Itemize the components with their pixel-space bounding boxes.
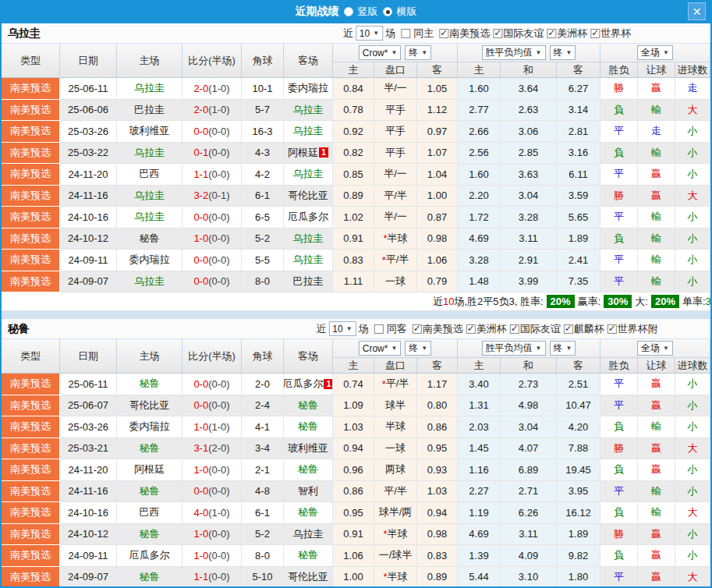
vertical-layout-radio[interactable] bbox=[344, 7, 353, 16]
home-handicap-odds-cell: 1.03 bbox=[333, 416, 374, 438]
handicap-result-cell: 輸 bbox=[638, 228, 675, 250]
bookmaker-select[interactable]: Crow*▼ bbox=[359, 45, 402, 60]
competition-label[interactable]: 美洲杯 bbox=[557, 27, 587, 39]
result-cell: 平 bbox=[600, 121, 638, 143]
rate-badge: 20% bbox=[547, 295, 575, 308]
handicap-name: 平/半 bbox=[384, 484, 407, 498]
avg-odds-select[interactable]: 胜平负均值▼ bbox=[482, 45, 546, 60]
table-row: 南美预选 24-11-20 巴西 1-1(0-0) 4-2 乌拉圭 0.85 半… bbox=[2, 164, 710, 186]
same-venue-label[interactable]: 同主 bbox=[413, 27, 434, 41]
goals-result-cell: 走 bbox=[675, 78, 710, 100]
bookmaker-select[interactable]: Crow*▼ bbox=[359, 341, 402, 356]
away-handicap-odds-cell: 0.93 bbox=[417, 459, 458, 481]
handicap-result-cell: 輸 bbox=[638, 100, 675, 122]
subcol-handicap-result: 让球 bbox=[638, 62, 675, 77]
match-type-cell: 南美预选 bbox=[2, 481, 60, 503]
competition-label[interactable]: 世界杯 bbox=[600, 27, 631, 39]
result-cell: 勝 bbox=[600, 78, 638, 100]
date-cell: 25-06-06 bbox=[60, 100, 117, 122]
competition-checkbox[interactable] bbox=[564, 324, 573, 334]
match-count-select[interactable]: 10▼ bbox=[356, 26, 383, 41]
half-time-score: (2-0) bbox=[208, 442, 229, 454]
competition-checkbox[interactable] bbox=[466, 324, 476, 334]
full-time-score: 1-0 bbox=[193, 421, 208, 433]
competition-checkbox[interactable] bbox=[493, 29, 502, 38]
date-cell: 24-09-11 bbox=[60, 545, 117, 567]
home-handicap-odds-cell: 0.84 bbox=[333, 78, 374, 100]
same-venue-checkbox[interactable] bbox=[401, 29, 410, 38]
date-cell: 24-11-16 bbox=[60, 481, 117, 503]
away-handicap-odds-cell: 1.04 bbox=[417, 164, 458, 186]
final-odds-select-euro[interactable]: 终▼ bbox=[550, 341, 576, 356]
result-cell: 平 bbox=[600, 374, 638, 395]
final-odds-select-asia[interactable]: 终▼ bbox=[405, 45, 431, 60]
competition-label[interactable]: 南美预选 bbox=[423, 323, 463, 335]
scope-select[interactable]: 全场▼ bbox=[637, 341, 673, 356]
corner-cell: 4-1 bbox=[242, 416, 284, 438]
handicap-name: 一/球半 bbox=[379, 548, 413, 562]
away-team-name: 哥伦比亚 bbox=[288, 570, 328, 584]
competition-label[interactable]: 美洲杯 bbox=[476, 323, 507, 335]
team-name: 秘鲁 bbox=[8, 319, 30, 338]
subcol-home-odds: 主 bbox=[333, 62, 374, 77]
subcol-lose: 客 bbox=[557, 62, 600, 77]
avg-odds-select[interactable]: 胜平负均值▼ bbox=[482, 341, 546, 356]
competition-label[interactable]: 国际友谊 bbox=[520, 323, 561, 335]
competition-label[interactable]: 麒麟杯 bbox=[574, 323, 604, 335]
final-odds-select-asia[interactable]: 终▼ bbox=[405, 341, 431, 356]
home-team-cell: 巴西 bbox=[117, 164, 182, 186]
goals-result-cell: 小 bbox=[675, 143, 710, 165]
away-handicap-odds-cell: 1.06 bbox=[417, 250, 458, 271]
close-button[interactable]: ✕ bbox=[688, 2, 706, 20]
competition-label[interactable]: 国际友谊 bbox=[503, 27, 544, 39]
home-team-cell: 委内瑞拉 bbox=[117, 250, 182, 271]
lose-odds-cell: 9.82 bbox=[557, 545, 600, 567]
goals-result-cell: 大 bbox=[675, 186, 710, 207]
col-header-away: 客场 bbox=[284, 339, 333, 373]
handicap-result-cell: 走 bbox=[638, 121, 675, 143]
chevron-down-icon: ▼ bbox=[391, 49, 397, 56]
half-time-score: (0-0) bbox=[208, 232, 229, 244]
competition-label[interactable]: 世界杯附 bbox=[618, 323, 658, 335]
match-count-select[interactable]: 10▼ bbox=[328, 321, 356, 336]
same-venue-checkbox[interactable] bbox=[374, 324, 384, 334]
competition-label[interactable]: 南美预选 bbox=[449, 27, 490, 39]
draw-odds-cell: 3.99 bbox=[501, 271, 557, 293]
vertical-layout-label[interactable]: 竖版 bbox=[358, 5, 378, 19]
home-team-name: 乌拉圭 bbox=[134, 189, 165, 203]
table-row: 南美预选 24-10-16 巴西 4-0(1-0) 6-1 秘鲁 0.95 球半… bbox=[2, 502, 710, 524]
horizontal-layout-label[interactable]: 横版 bbox=[397, 5, 417, 19]
table-row: 南美预选 24-10-12 秘鲁 1-0(0-0) 5-2 乌拉圭 0.91 *… bbox=[2, 228, 710, 250]
lose-odds-cell: 1.89 bbox=[557, 524, 600, 546]
result-cell: 平 bbox=[600, 481, 638, 503]
away-team-cell: 秘鲁 bbox=[284, 416, 333, 438]
handicap-result-cell: 輸 bbox=[638, 207, 675, 228]
scope-select[interactable]: 全场▼ bbox=[637, 45, 673, 60]
competition-checkbox[interactable] bbox=[547, 29, 556, 38]
full-time-score: 1-1 bbox=[193, 571, 208, 583]
subcol-away-odds: 客 bbox=[417, 358, 458, 373]
competition-checkbox[interactable] bbox=[413, 324, 422, 334]
away-team-cell: 乌拉圭 bbox=[284, 100, 333, 122]
win-odds-cell: 1.45 bbox=[458, 438, 501, 460]
handicap-cell: *半球 bbox=[374, 524, 417, 546]
half-time-score: (1-0) bbox=[208, 104, 229, 115]
home-handicap-odds-cell: 1.02 bbox=[333, 207, 374, 228]
goals-result-cell: 大 bbox=[675, 502, 710, 524]
home-team-name: 秘鲁 bbox=[140, 232, 160, 246]
match-type-cell: 南美预选 bbox=[2, 374, 60, 395]
result-cell: 平 bbox=[600, 250, 638, 271]
handicap-cell: 一球 bbox=[374, 438, 417, 460]
same-venue-label[interactable]: 同客 bbox=[387, 322, 407, 336]
competition-checkbox[interactable] bbox=[439, 29, 448, 38]
competition-checkbox[interactable] bbox=[608, 324, 617, 334]
competition-checkbox[interactable] bbox=[510, 324, 519, 334]
horizontal-layout-radio[interactable] bbox=[383, 7, 392, 16]
date-cell: 24-11-20 bbox=[60, 459, 117, 481]
match-type-cell: 南美预选 bbox=[2, 143, 60, 165]
competition-checkbox[interactable] bbox=[590, 29, 600, 38]
draw-odds-cell: 6.26 bbox=[501, 502, 557, 524]
lose-odds-cell: 16.12 bbox=[557, 502, 600, 524]
final-odds-select-euro[interactable]: 终▼ bbox=[550, 45, 576, 60]
chevron-down-icon: ▼ bbox=[566, 345, 572, 352]
